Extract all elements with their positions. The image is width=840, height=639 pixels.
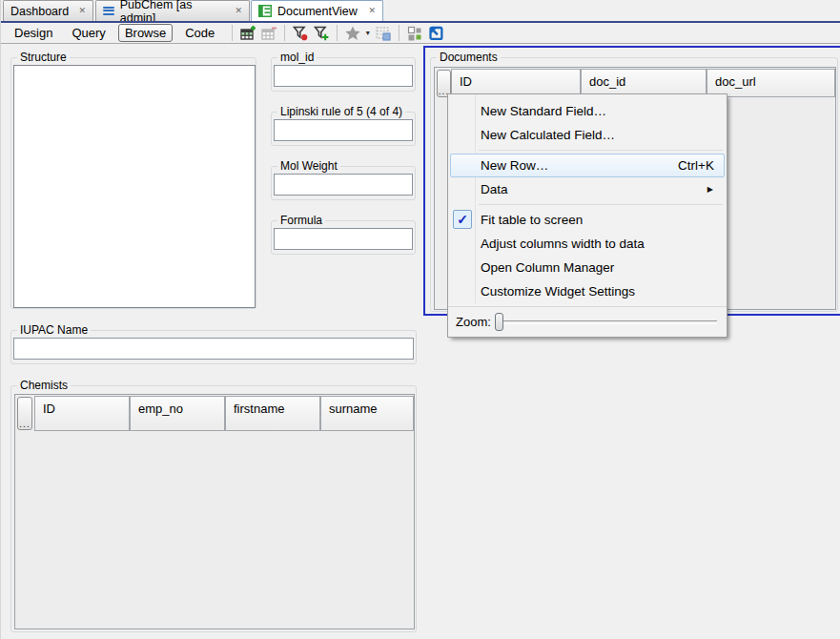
chemists-corner-button[interactable]: ...	[17, 397, 32, 430]
add-filter-icon[interactable]	[313, 25, 330, 42]
chemists-group: Chemists ... ID emp_no firstname surname	[10, 385, 417, 632]
add-record-icon[interactable]	[239, 25, 256, 42]
menu-item-open-column-manager[interactable]: Open Column Manager	[450, 256, 725, 279]
submenu-arrow-icon: ▶	[707, 185, 713, 194]
zoom-slider-track[interactable]	[503, 320, 717, 324]
formula-field[interactable]	[274, 228, 413, 250]
tab-pubchem-close-icon[interactable]: ✕	[235, 7, 242, 15]
menu-item-adjust-columns-width[interactable]: Adjust columns width to data	[450, 232, 725, 256]
structure-label: Structure	[17, 51, 70, 64]
menu-item-customize-widget-settings[interactable]: Customize Widget Settings	[450, 279, 725, 303]
formula-label: Formula	[277, 214, 325, 227]
checkmark-icon: ✓	[453, 210, 472, 229]
chemists-col-firstname[interactable]: firstname	[225, 396, 320, 431]
mol-weight-label: Mol Weight	[277, 159, 340, 173]
tab-dashboard[interactable]: Dashboard ✕	[3, 0, 93, 21]
mol-id-group: mol_id	[271, 57, 416, 92]
browse-mode-button[interactable]: Browse	[118, 24, 173, 42]
zoom-slider-handle[interactable]	[495, 313, 503, 331]
document-view-window: Dashboard ✕ PubChem [as admin] ✕ Documen…	[0, 0, 840, 639]
chemists-col-id[interactable]: ID	[34, 396, 130, 431]
chemists-label: Chemists	[17, 379, 71, 392]
documents-label: Documents	[437, 51, 501, 64]
design-mode-button[interactable]: Design	[8, 24, 59, 42]
menu-separator	[479, 150, 723, 151]
tab-dashboard-label: Dashboard	[10, 5, 69, 18]
menu-zoom-row: Zoom:	[448, 306, 727, 337]
chemists-col-emp-no[interactable]: emp_no	[130, 396, 225, 431]
tab-dashboard-close-icon[interactable]: ✕	[78, 7, 86, 15]
toolbar-separator	[399, 25, 400, 41]
table-context-menu: New Standard Field… New Calculated Field…	[447, 93, 727, 338]
menu-shortcut-new-row: Ctrl+K	[678, 158, 714, 173]
form-view-icon	[258, 5, 272, 17]
favorites-dropdown-icon[interactable]: ▼	[364, 30, 371, 36]
hamburger-icon	[103, 7, 114, 16]
iupac-field[interactable]	[13, 338, 414, 360]
menu-item-new-calculated-field[interactable]: New Calculated Field…	[450, 123, 725, 147]
toolbar-separator	[284, 25, 285, 41]
structure-editor[interactable]	[13, 65, 256, 308]
delete-record-icon[interactable]	[260, 25, 277, 42]
tab-pubchem[interactable]: PubChem [as admin] ✕	[95, 0, 250, 21]
structure-group: Structure	[10, 57, 256, 309]
favorites-star-icon[interactable]	[344, 25, 361, 42]
menu-item-fit-table-to-screen[interactable]: ✓ Fit table to screen	[450, 208, 725, 232]
lipinski-field[interactable]	[274, 119, 413, 141]
zoom-label: Zoom:	[456, 315, 491, 329]
tab-documentview[interactable]: DocumentView ✕	[251, 0, 383, 21]
toolbar-separator	[232, 25, 233, 41]
open-sql-editor-icon[interactable]	[427, 25, 444, 42]
lipinski-label: Lipinski rule of 5 (4 of 4)	[277, 105, 405, 118]
mol-id-field[interactable]	[274, 65, 413, 87]
mol-weight-group: Mol Weight	[271, 166, 416, 200]
formula-group: Formula	[271, 220, 416, 255]
lipinski-group: Lipinski rule of 5 (4 of 4)	[271, 112, 416, 146]
menu-separator	[479, 204, 723, 205]
toolbar-separator	[337, 25, 338, 41]
query-mode-button[interactable]: Query	[65, 24, 112, 42]
filter-icon[interactable]	[292, 25, 309, 42]
chemists-col-surname[interactable]: surname	[320, 396, 414, 431]
toolbar: Design Query Browse Code	[1, 23, 840, 44]
menu-item-data[interactable]: Data ▶	[450, 177, 725, 201]
chemists-table[interactable]: ... ID emp_no firstname surname	[14, 394, 415, 629]
mol-id-label: mol_id	[277, 51, 317, 64]
mol-weight-field[interactable]	[274, 174, 413, 196]
iupac-group: IUPAC Name	[10, 330, 417, 364]
code-mode-button[interactable]: Code	[178, 24, 221, 42]
tab-documentview-label: DocumentView	[277, 5, 358, 18]
menu-item-new-standard-field[interactable]: New Standard Field…	[450, 99, 725, 123]
tab-bar: Dashboard ✕ PubChem [as admin] ✕ Documen…	[1, 0, 840, 23]
tab-documentview-close-icon[interactable]: ✕	[368, 7, 376, 15]
iupac-label: IUPAC Name	[17, 323, 91, 337]
menu-item-new-row[interactable]: New Row… Ctrl+K	[450, 154, 725, 177]
panel-layout-icon[interactable]	[406, 25, 423, 42]
save-grid-changes-icon[interactable]	[375, 25, 392, 42]
